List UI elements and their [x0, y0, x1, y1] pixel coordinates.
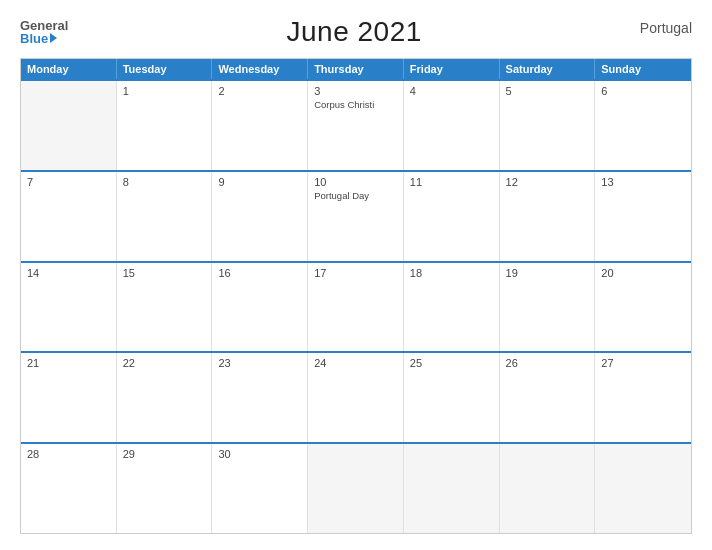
- day-cell: 6: [595, 81, 691, 170]
- day-number: 26: [506, 357, 589, 369]
- logo-blue-text: Blue: [20, 32, 57, 45]
- day-number: 11: [410, 176, 493, 188]
- day-header: Monday: [21, 59, 117, 79]
- day-cell: [404, 444, 500, 533]
- day-cell: 22: [117, 353, 213, 442]
- logo-triangle-icon: [50, 33, 57, 43]
- day-cell: 29: [117, 444, 213, 533]
- day-cell: 7: [21, 172, 117, 261]
- day-headers-row: MondayTuesdayWednesdayThursdayFridaySatu…: [21, 59, 691, 79]
- day-header: Saturday: [500, 59, 596, 79]
- day-cell: [595, 444, 691, 533]
- day-number: 7: [27, 176, 110, 188]
- day-header: Sunday: [595, 59, 691, 79]
- day-cell: 3Corpus Christi: [308, 81, 404, 170]
- weeks-container: 123Corpus Christi45678910Portugal Day111…: [21, 79, 691, 533]
- day-cell: 19: [500, 263, 596, 352]
- day-number: 2: [218, 85, 301, 97]
- day-cell: 9: [212, 172, 308, 261]
- day-number: 1: [123, 85, 206, 97]
- day-cell: 27: [595, 353, 691, 442]
- day-number: 29: [123, 448, 206, 460]
- day-number: 28: [27, 448, 110, 460]
- day-number: 25: [410, 357, 493, 369]
- day-cell: 4: [404, 81, 500, 170]
- day-number: 21: [27, 357, 110, 369]
- week-row: 282930: [21, 442, 691, 533]
- day-event: Portugal Day: [314, 190, 397, 202]
- day-cell: 23: [212, 353, 308, 442]
- day-cell: 20: [595, 263, 691, 352]
- day-number: 24: [314, 357, 397, 369]
- day-cell: 14: [21, 263, 117, 352]
- day-number: 3: [314, 85, 397, 97]
- week-row: 78910Portugal Day111213: [21, 170, 691, 261]
- day-cell: 13: [595, 172, 691, 261]
- day-number: 17: [314, 267, 397, 279]
- day-number: 19: [506, 267, 589, 279]
- day-number: 4: [410, 85, 493, 97]
- day-cell: 25: [404, 353, 500, 442]
- week-row: 14151617181920: [21, 261, 691, 352]
- country-label: Portugal: [640, 20, 692, 36]
- logo: General Blue: [20, 19, 68, 45]
- day-cell: 10Portugal Day: [308, 172, 404, 261]
- day-cell: [500, 444, 596, 533]
- day-number: 10: [314, 176, 397, 188]
- day-number: 18: [410, 267, 493, 279]
- day-number: 9: [218, 176, 301, 188]
- day-cell: 1: [117, 81, 213, 170]
- day-cell: 8: [117, 172, 213, 261]
- day-cell: 15: [117, 263, 213, 352]
- week-row: 123Corpus Christi456: [21, 79, 691, 170]
- header: General Blue June 2021 Portugal: [20, 16, 692, 48]
- day-number: 12: [506, 176, 589, 188]
- week-row: 21222324252627: [21, 351, 691, 442]
- day-cell: 16: [212, 263, 308, 352]
- calendar-title: June 2021: [286, 16, 421, 48]
- day-number: 8: [123, 176, 206, 188]
- day-number: 15: [123, 267, 206, 279]
- day-cell: 28: [21, 444, 117, 533]
- day-cell: 30: [212, 444, 308, 533]
- calendar: MondayTuesdayWednesdayThursdayFridaySatu…: [20, 58, 692, 534]
- day-number: 30: [218, 448, 301, 460]
- day-cell: 21: [21, 353, 117, 442]
- day-header: Thursday: [308, 59, 404, 79]
- day-cell: 5: [500, 81, 596, 170]
- day-cell: 24: [308, 353, 404, 442]
- day-number: 16: [218, 267, 301, 279]
- day-header: Wednesday: [212, 59, 308, 79]
- day-cell: [308, 444, 404, 533]
- day-cell: 2: [212, 81, 308, 170]
- day-number: 23: [218, 357, 301, 369]
- day-number: 20: [601, 267, 685, 279]
- day-cell: 26: [500, 353, 596, 442]
- day-cell: 18: [404, 263, 500, 352]
- day-cell: [21, 81, 117, 170]
- day-number: 6: [601, 85, 685, 97]
- day-number: 13: [601, 176, 685, 188]
- day-number: 14: [27, 267, 110, 279]
- day-event: Corpus Christi: [314, 99, 397, 111]
- day-cell: 11: [404, 172, 500, 261]
- day-header: Friday: [404, 59, 500, 79]
- day-number: 27: [601, 357, 685, 369]
- page: General Blue June 2021 Portugal MondayTu…: [0, 0, 712, 550]
- day-cell: 17: [308, 263, 404, 352]
- day-number: 22: [123, 357, 206, 369]
- day-number: 5: [506, 85, 589, 97]
- day-cell: 12: [500, 172, 596, 261]
- day-header: Tuesday: [117, 59, 213, 79]
